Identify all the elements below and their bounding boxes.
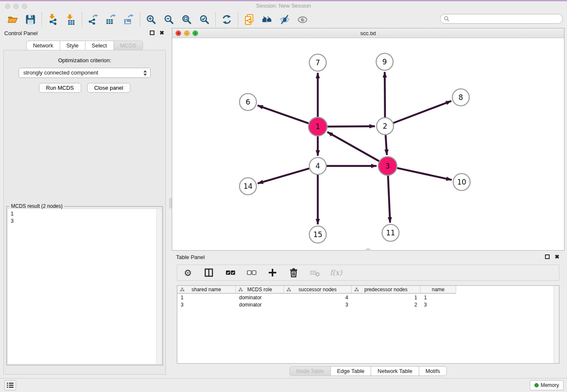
graph-edge[interactable] (394, 101, 451, 123)
new-network-from-selection-icon[interactable] (243, 14, 255, 25)
network-area: scc.txt 7968124314101511 Table Panel ✖ ⚙… (172, 28, 564, 378)
delete-row-icon[interactable] (288, 267, 299, 278)
network-window-titlebar[interactable]: scc.txt (172, 28, 564, 38)
run-mcds-button[interactable]: Run MCDS (39, 83, 81, 93)
mcds-result-text[interactable]: 1 3 (8, 209, 161, 364)
graph-node[interactable]: 2 (377, 118, 394, 135)
close-panel-button[interactable]: Close panel (87, 83, 131, 93)
graph-node[interactable]: 6 (239, 94, 256, 110)
apply-layout-icon[interactable] (221, 14, 233, 25)
dropdown-stepper-icon (143, 70, 147, 76)
network-close-icon[interactable] (176, 30, 181, 36)
export-network-icon[interactable] (87, 14, 99, 25)
table-cell[interactable]: 3 (421, 302, 456, 308)
tab-mcds[interactable]: MCDS (113, 41, 143, 50)
float-panel-icon[interactable] (150, 30, 154, 35)
export-image-icon[interactable] (123, 14, 135, 25)
column-settings-gear-icon[interactable]: ⚙ (182, 267, 193, 278)
zoom-selected-icon[interactable] (198, 14, 210, 25)
table-cell[interactable]: 1 (421, 295, 456, 301)
control-panel-title: Control Panel (4, 30, 38, 36)
table-cell[interactable]: 2 (352, 302, 421, 308)
table-panel-title: Table Panel (176, 254, 205, 260)
graph-node[interactable]: 1 (308, 117, 327, 136)
table-cell[interactable]: 3 (177, 302, 236, 308)
table-cell[interactable]: 4 (284, 295, 352, 301)
table-cell[interactable]: 3 (284, 302, 352, 308)
table-scrollbar[interactable] (553, 286, 559, 363)
import-network-icon[interactable] (47, 14, 59, 25)
open-session-icon[interactable] (7, 14, 19, 25)
graph-node[interactable]: 8 (452, 89, 469, 106)
column-header[interactable]: predecessor nodes (352, 286, 421, 293)
window-zoom-button[interactable] (22, 4, 27, 9)
graph-edge[interactable] (388, 176, 390, 223)
search-input[interactable] (452, 16, 559, 22)
list-icon (7, 382, 14, 388)
graph-node[interactable]: 10 (453, 174, 470, 190)
add-row-icon[interactable] (267, 267, 278, 278)
select-all-icon[interactable] (225, 267, 236, 278)
first-neighbors-icon[interactable] (261, 14, 273, 25)
memory-button[interactable]: Memory (530, 380, 564, 390)
zoom-out-icon[interactable] (163, 14, 175, 25)
graph-edge[interactable] (397, 168, 452, 180)
column-header[interactable]: name (421, 286, 456, 293)
graph-edge[interactable] (385, 135, 387, 155)
network-minimize-icon[interactable] (184, 30, 190, 36)
table-cell[interactable]: dominator (236, 295, 284, 301)
column-header[interactable]: MCDS role (236, 286, 284, 293)
search-box[interactable] (440, 14, 563, 24)
float-table-panel-icon[interactable] (545, 254, 550, 259)
graph-edge[interactable] (258, 105, 309, 123)
save-session-icon[interactable] (25, 14, 36, 25)
close-table-panel-icon[interactable]: ✖ (555, 254, 559, 259)
horizontal-splitter-handle[interactable] (366, 248, 370, 251)
criterion-dropdown[interactable]: strongly connected component (19, 68, 151, 78)
graph-edge[interactable] (328, 126, 375, 127)
node-table-grid: shared nameMCDS rolesuccessor nodesprede… (177, 286, 559, 308)
graph-node[interactable]: 14 (239, 178, 256, 195)
table-cell[interactable]: dominator (236, 302, 284, 308)
column-header[interactable]: shared name (177, 286, 236, 293)
show-all-icon[interactable] (297, 14, 308, 25)
result-scrollbar[interactable] (156, 209, 161, 364)
show-columns-icon[interactable] (204, 267, 215, 278)
graph-node[interactable]: 15 (309, 226, 326, 243)
tab-network-table[interactable]: Network Table (371, 366, 419, 376)
graph-node[interactable]: 11 (382, 224, 399, 241)
window-minimize-button[interactable] (14, 4, 19, 9)
graph-edge[interactable] (258, 168, 309, 183)
tab-edge-table[interactable]: Edge Table (330, 366, 371, 376)
export-table-icon[interactable] (105, 14, 117, 25)
control-panel: Control Panel ✖ Network Style Select MCD… (0, 28, 169, 378)
tab-node-table[interactable]: Node Table (289, 366, 331, 376)
graph-node[interactable]: 3 (378, 157, 397, 175)
import-table-icon[interactable] (65, 14, 77, 25)
search-icon (444, 16, 449, 22)
tab-select[interactable]: Select (85, 41, 114, 50)
network-maximize-icon[interactable] (193, 30, 198, 36)
tab-motifs[interactable]: Motifs (418, 366, 447, 376)
window-close-button[interactable] (5, 4, 10, 9)
zoom-in-icon[interactable] (145, 14, 157, 25)
graph-node[interactable]: 9 (376, 53, 393, 70)
table-row[interactable]: 3dominator323 (177, 301, 559, 308)
close-panel-icon[interactable]: ✖ (160, 30, 164, 35)
hide-selected-icon[interactable] (279, 14, 291, 25)
network-canvas[interactable]: 7968124314101511 (172, 39, 564, 250)
fit-content-icon[interactable] (181, 14, 193, 25)
graph-node-label: 10 (457, 178, 466, 186)
table-cell[interactable]: 1 (352, 295, 421, 301)
column-header[interactable]: successor nodes (284, 286, 352, 293)
graph-edge[interactable] (385, 72, 385, 117)
table-row[interactable]: 1dominator411 (177, 294, 559, 301)
task-history-button[interactable] (4, 380, 16, 390)
table-cell[interactable]: 1 (177, 295, 236, 301)
tab-network[interactable]: Network (26, 41, 60, 50)
graph-node[interactable]: 4 (309, 157, 326, 174)
graph-edge[interactable] (328, 132, 379, 161)
deselect-all-icon[interactable] (246, 267, 257, 278)
graph-node[interactable]: 7 (309, 54, 326, 71)
tab-style[interactable]: Style (60, 41, 85, 50)
